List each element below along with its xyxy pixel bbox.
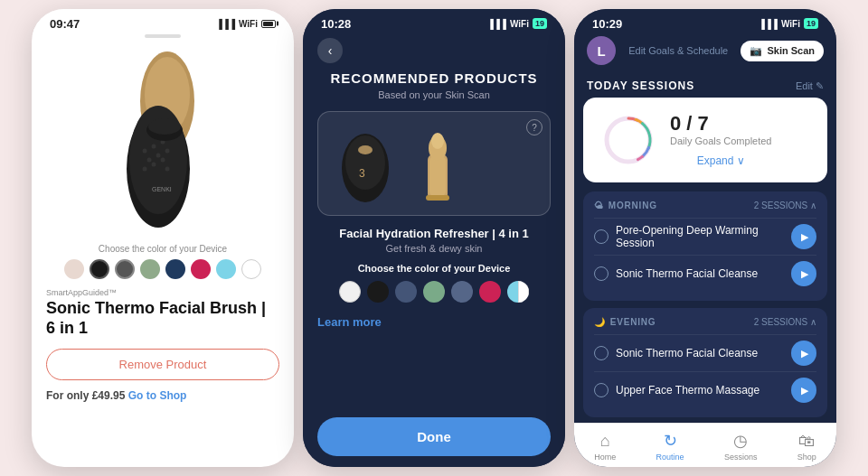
svg-point-4 (143, 149, 147, 154)
color-option-blue[interactable] (216, 259, 236, 279)
play-button-1[interactable]: ▶ (791, 224, 816, 249)
evening-left-1: Sonic Thermo Facial Cleanse (594, 346, 758, 360)
color-option-white[interactable] (241, 259, 261, 279)
phone2-status-icons: ▐▐▐ WiFi 19 (487, 18, 547, 29)
evening-name-1: Sonic Thermo Facial Cleanse (616, 347, 758, 359)
avatar: L (587, 36, 616, 65)
color-choose-label: Choose the color of your Device (358, 263, 511, 274)
phone2-body: RECOMMENDED PRODUCTS Based on your Skin … (303, 70, 565, 467)
evening-left-2: Upper Face Thermo Massage (594, 383, 760, 397)
color2-green[interactable] (423, 281, 445, 303)
session-left: Pore-Opening Deep Warming Session (594, 224, 791, 249)
phone2-status-bar: 10:28 ▐▐▐ WiFi 19 (303, 9, 565, 34)
today-sessions-label: TODAY SESSIONS (587, 79, 694, 92)
go-to-shop-link[interactable]: Go to Shop (128, 389, 187, 402)
edit-goals-text[interactable]: Edit Goals & Schedule (628, 45, 728, 56)
play-icon-4: ▶ (801, 385, 808, 397)
play-icon-2: ▶ (801, 268, 808, 280)
goals-sublabel: Daily Goals Completed (670, 135, 772, 146)
edit-link[interactable]: Edit ✎ (796, 80, 824, 92)
color-option-nude[interactable] (64, 259, 84, 279)
moon-icon: 🌙 (594, 317, 606, 327)
wifi-icon-2: WiFi (510, 19, 529, 29)
shop-label: Shop (797, 453, 816, 462)
svg-point-29 (601, 113, 656, 167)
svg-text:GENKI: GENKI (152, 186, 172, 192)
battery-icon (261, 20, 276, 28)
svg-point-24 (431, 133, 444, 149)
svg-point-16 (148, 118, 181, 135)
nav-sessions[interactable]: ◷ Sessions (724, 431, 758, 462)
phone1-time: 09:47 (50, 17, 80, 31)
today-sessions-header: TODAY SESSIONS Edit ✎ (583, 72, 827, 98)
evening-label: 🌙 EVENING (594, 317, 656, 327)
svg-point-10 (143, 167, 147, 172)
bottom-nav: ⌂ Home ↻ Routine ◷ Sessions 🛍 Shop (574, 423, 836, 467)
color-option-navy[interactable] (165, 259, 185, 279)
sessions-label: Sessions (724, 453, 758, 462)
nav-routine[interactable]: ↻ Routine (656, 431, 684, 462)
svg-rect-25 (426, 195, 449, 201)
product-label: SmartAppGuided™ (46, 288, 117, 297)
color-row-2 (339, 281, 529, 303)
info-icon[interactable]: ? (526, 119, 542, 135)
session-name: Pore-Opening Deep Warming Session (616, 224, 791, 249)
phone3-body: TODAY SESSIONS Edit ✎ 0 / 7 (574, 72, 836, 423)
routine-icon: ↻ (664, 431, 677, 451)
svg-point-18 (345, 135, 385, 190)
phone1-status-bar: 09:47 ▐▐▐ WiFi (32, 9, 294, 34)
skin-scan-button[interactable]: 📷 Skin Scan (741, 41, 824, 61)
product-card: ? 3 (317, 111, 551, 216)
phone3-topbar: L Edit Goals & Schedule 📷 Skin Scan (574, 34, 836, 72)
battery-badge: 19 (533, 18, 547, 29)
color2-pink[interactable] (479, 281, 501, 303)
play-button-2[interactable]: ▶ (791, 261, 816, 286)
expand-button[interactable]: Expand ∨ (697, 154, 745, 167)
morning-icon: 🌤 (594, 201, 604, 210)
play-button-3[interactable]: ▶ (791, 341, 816, 366)
remove-product-button[interactable]: Remove Product (46, 349, 279, 380)
evening-count[interactable]: 2 SESSIONS ∧ (754, 317, 816, 327)
color2-white[interactable] (339, 281, 361, 303)
svg-point-19 (358, 145, 373, 154)
product-title: Sonic Thermo Facial Brush | 6 in 1 (46, 299, 279, 338)
wifi-icon: WiFi (239, 19, 258, 29)
brush-device-svg: GENKI (90, 51, 235, 232)
device-img-2 (410, 123, 465, 204)
color2-navy[interactable] (395, 281, 417, 303)
color2-black[interactable] (367, 281, 389, 303)
color2-half-blue[interactable] (507, 281, 529, 303)
color-option-black[interactable] (90, 259, 109, 279)
play-button-4[interactable]: ▶ (791, 378, 816, 403)
skin-scan-label: Skin Scan (767, 45, 815, 56)
session-circle (594, 229, 609, 244)
evening-circle-2 (594, 383, 609, 397)
color-option-pink[interactable] (191, 259, 211, 279)
signal-icon-2: ▐▐▐ (487, 19, 506, 29)
color2-slate[interactable] (451, 281, 473, 303)
signal-icon-3: ▐▐▐ (759, 19, 778, 29)
svg-point-12 (161, 158, 165, 163)
nav-shop[interactable]: 🛍 Shop (797, 432, 816, 462)
done-button[interactable]: Done (317, 417, 551, 456)
home-icon: ⌂ (600, 432, 610, 451)
phone3-time: 10:29 (592, 17, 622, 31)
phone-1: 09:47 ▐▐▐ WiFi (32, 9, 294, 467)
svg-point-31 (601, 113, 656, 167)
learn-more-link[interactable]: Learn more (317, 315, 382, 329)
nav-home[interactable]: ⌂ Home (594, 432, 616, 462)
color-option-gray[interactable] (115, 259, 135, 279)
session-circle-2 (594, 266, 609, 281)
goals-card: 0 / 7 Daily Goals Completed Expand ∨ (583, 98, 827, 182)
svg-point-13 (165, 167, 170, 172)
back-button[interactable]: ‹ (317, 38, 343, 63)
evening-item-1: Sonic Thermo Facial Cleanse ▶ (594, 334, 816, 371)
evening-item-2: Upper Face Thermo Massage ▶ (594, 371, 816, 408)
goals-text: 0 / 7 Daily Goals Completed Expand ∨ (670, 112, 772, 168)
rec-title: RECOMMENDED PRODUCTS (330, 70, 537, 86)
rec-subtitle: Based on your Skin Scan (378, 89, 490, 100)
color-label: Choose the color of your Device (99, 244, 227, 254)
evening-circle-1 (594, 346, 609, 360)
color-option-green[interactable] (140, 259, 160, 279)
morning-count[interactable]: 2 SESSIONS ∧ (754, 201, 816, 210)
